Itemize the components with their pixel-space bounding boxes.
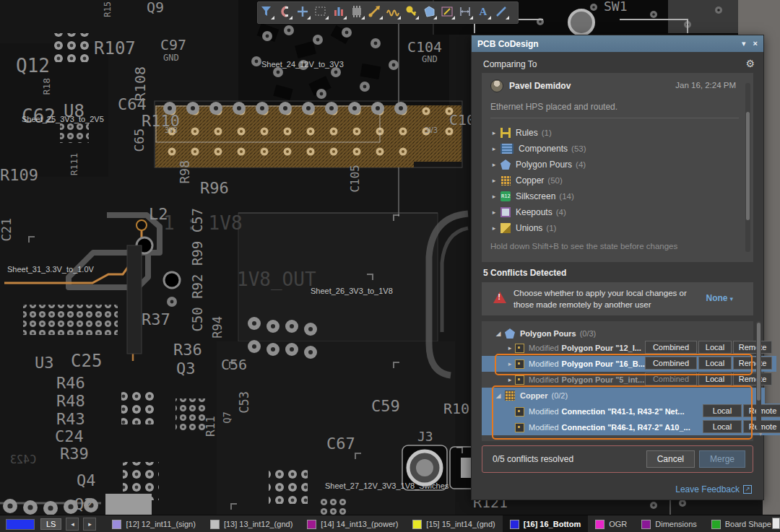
collapsed-arrow-icon: ▸ (489, 161, 499, 168)
tree-item-silkscreen[interactable]: ▸Silkscreen(14) (489, 188, 740, 204)
conflict-row-selected[interactable]: ▸ ModifiedPolygon Pour "16_B... Combined… (482, 356, 776, 372)
copper-icon (505, 391, 515, 401)
scrollbar[interactable] (745, 83, 750, 252)
select-area-icon[interactable] (316, 7, 329, 19)
panel-close-icon[interactable]: × (753, 39, 758, 48)
avatar (490, 79, 503, 92)
tree-item-count: (50) (547, 176, 562, 185)
layer-tab--16-16_bottom[interactable]: [16] 16_Bottom (503, 515, 588, 532)
layer-tab--14-14_int13_(power)[interactable]: [14] 14_int13_(power) (300, 515, 405, 532)
panel-title-bar[interactable]: PCB CoDesign ▾ × (472, 35, 763, 52)
measure-icon[interactable] (461, 7, 473, 19)
cancel-button[interactable]: Cancel (646, 450, 695, 468)
combined-button[interactable]: Combined (645, 357, 697, 370)
layer-tab-dimensions[interactable]: Dimensions (634, 515, 703, 532)
route-icon[interactable] (369, 6, 384, 19)
desktop-edge (738, 0, 763, 35)
grid-corner-box (772, 518, 780, 529)
scrollbar[interactable] (756, 321, 761, 429)
collapsed-arrow-icon: ▸ (489, 224, 499, 232)
keepouts-icon (500, 207, 511, 217)
expanded-arrow-icon: ◢ (493, 330, 503, 337)
layer-tab-label: [14] 14_int13_(power) (321, 520, 398, 528)
modified-icon (515, 407, 524, 417)
combined-button[interactable]: Combined (645, 341, 697, 354)
layer-tab-ogr[interactable]: OGR (588, 515, 634, 532)
conflict-row[interactable]: ▸ ModifiedPolygon Pour "12_I... Combined… (482, 340, 776, 356)
layer-tab--13-13_int12_(gnd)[interactable]: [13] 13_int12_(gnd) (203, 515, 300, 532)
combined-button[interactable]: Combined (645, 372, 697, 385)
layer-color-swatch (210, 520, 220, 529)
leave-feedback-link[interactable]: Leave Feedback ↗ (675, 484, 752, 494)
layer-tab-label: OGR (609, 520, 627, 528)
shift-b-hint: Hold down Shift+B to see the state befor… (490, 242, 677, 250)
conflict-row[interactable]: ▸ ModifiedPolygon Pour "5_int... Combine… (482, 372, 776, 388)
remote-button[interactable]: Remote (733, 341, 772, 354)
tree-item-keepouts[interactable]: ▸Keepouts(4) (489, 204, 740, 220)
component-icon[interactable] (352, 6, 365, 19)
scroll-right-icon[interactable]: ▸ (83, 518, 96, 531)
current-layer-swatch[interactable] (6, 519, 35, 530)
warning-text: Choose whether to apply your local chang… (514, 287, 696, 310)
scroll-left-icon[interactable]: ◂ (66, 518, 79, 531)
modified-icon (515, 423, 524, 432)
conflict-row-selected[interactable]: ModifiedConnection "R46-1, R47-2" A10_..… (482, 419, 780, 435)
conflict-group-polygon-pours[interactable]: ◢ Polygon Pours (0/3) (482, 326, 765, 341)
move-icon[interactable] (298, 6, 311, 19)
merge-button[interactable]: Merge (699, 450, 745, 468)
modified-icon (515, 375, 524, 385)
magnet-icon[interactable] (282, 6, 292, 19)
local-button[interactable]: Local (698, 341, 732, 354)
fanout-icon[interactable] (407, 6, 420, 20)
columns-icon[interactable] (334, 7, 347, 19)
filter-icon[interactable] (261, 6, 274, 19)
silkscreen-icon (500, 191, 511, 201)
local-button[interactable]: Local (703, 420, 742, 433)
polygon-pour-icon[interactable] (425, 6, 437, 19)
collapsed-arrow-icon: ▸ (489, 129, 499, 136)
layer-color-swatch (510, 520, 519, 529)
apply-all-dropdown[interactable]: None▾ (706, 293, 733, 303)
components-icon (500, 144, 514, 154)
tree-item-label: Silkscreen (516, 191, 555, 201)
panel-dropdown-icon[interactable]: ▾ (742, 39, 746, 48)
local-button[interactable]: Local (703, 404, 742, 417)
expanded-arrow-icon: ◢ (493, 392, 503, 399)
layer-tab--12-12_int11_(sign)[interactable]: [12] 12_int11_(sign) (105, 515, 202, 532)
panel-title: PCB CoDesign (477, 39, 539, 49)
tree-item-components[interactable]: ▸Components(53) (489, 141, 740, 157)
active-toolbar: A (257, 1, 519, 24)
remote-button[interactable]: Remote (733, 372, 772, 385)
comment-date: Jan 16, 2:24 PM (675, 81, 736, 90)
tree-item-label: Unions (516, 223, 542, 233)
layer-tab-board-shape[interactable]: Board Shape (704, 515, 779, 532)
tree-item-count: (14) (559, 192, 573, 201)
remote-button[interactable]: Remote (733, 357, 772, 370)
conflict-row-selected[interactable]: ModifiedConnection "R41-1, R43-2" Net...… (482, 404, 780, 419)
layer-color-swatch (641, 520, 651, 529)
slice-icon[interactable] (442, 7, 455, 19)
layer-tab-label: [13] 13_int12_(gnd) (224, 520, 292, 528)
remote-button[interactable]: Remote (743, 404, 780, 417)
local-button[interactable]: Local (698, 372, 732, 385)
tree-item-count: (53) (571, 144, 586, 153)
tree-item-rules[interactable]: ▸Rules(1) (489, 125, 740, 141)
meander-icon[interactable] (387, 11, 401, 20)
layer-sets-button[interactable]: LS (40, 518, 61, 530)
line-icon[interactable] (497, 7, 509, 19)
tree-item-copper[interactable]: ▸Copper(50) (489, 173, 740, 188)
tree-item-polygon-pours[interactable]: ▸Polygon Pours(4) (489, 157, 740, 173)
conflict-group-copper[interactable]: ◢ Copper (0/2) (482, 388, 765, 404)
collapsed-arrow-icon: ▸ (505, 360, 515, 367)
tree-item-unions[interactable]: ▸Unions(1) (489, 220, 740, 236)
gear-icon[interactable]: ⚙ (745, 59, 755, 69)
tree-item-count: (4) (556, 208, 566, 217)
pcb-codesign-panel: PCB CoDesign ▾ × Comparing To ⚙ Pavel De… (471, 35, 764, 500)
layer-tab--15-15_int14_(gnd)[interactable]: [15] 15_int14_(gnd) (405, 515, 502, 532)
text-icon[interactable]: A (480, 6, 491, 19)
scroll-down-icon[interactable]: ▾ (759, 431, 762, 437)
collapsed-arrow-icon: ▸ (489, 193, 499, 200)
layer-tab-bar: LS ◂ ▸ [12] 12_int11_(sign)[13] 13_int12… (0, 515, 780, 532)
layer-color-swatch (307, 520, 316, 529)
local-button[interactable]: Local (698, 357, 732, 370)
